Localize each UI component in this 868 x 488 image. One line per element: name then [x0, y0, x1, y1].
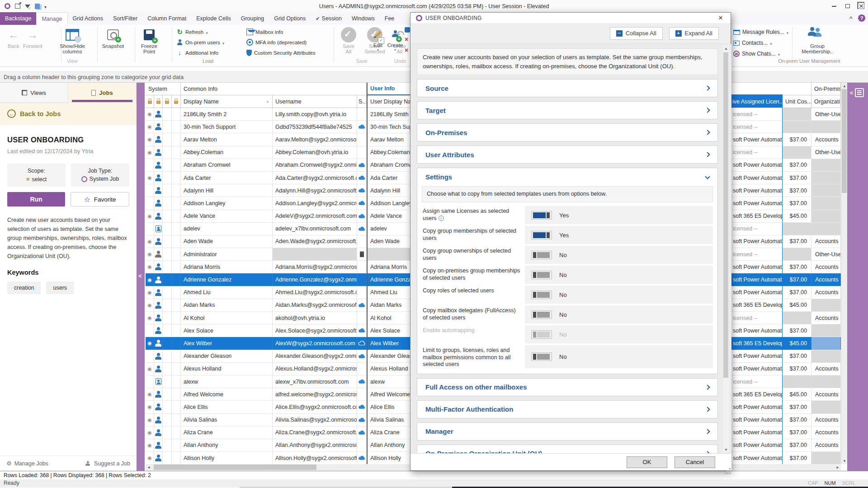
ribbon-tab[interactable]: Fee: [380, 12, 400, 25]
frozen-pane-divider[interactable]: [367, 83, 368, 464]
username-cell[interactable]: alexw_x7lbv.onmicrosoft.com: [273, 375, 357, 388]
back-to-jobs-button[interactable]: Back to Jobs: [0, 103, 137, 125]
group-header-common-info[interactable]: Common Info: [181, 83, 367, 95]
unit-cost-cell[interactable]: [783, 121, 811, 133]
forward-button[interactable]: Forward: [20, 26, 45, 49]
dialog-section[interactable]: Multi-Factor Authentication: [417, 400, 718, 418]
info-icon[interactable]: [439, 216, 444, 221]
ribbon-load-button[interactable]: Mailbox info: [246, 27, 341, 37]
keyword-tag[interactable]: users: [46, 282, 74, 294]
username-cell[interactable]: alfred.welcome@sygx2.onmicrosoft.com: [273, 388, 357, 400]
ribbon-tab[interactable]: Session: [311, 12, 347, 25]
assigned-license-cell[interactable]: soft Power Automat: [731, 324, 783, 337]
expand-all-button[interactable]: Expand All: [669, 27, 719, 40]
cancel-button[interactable]: Cancel: [675, 456, 715, 468]
unit-cost-cell[interactable]: $37.00: [783, 414, 811, 426]
favorite-button[interactable]: Favorite: [71, 192, 129, 206]
assigned-license-cell[interactable]: soft Power Automat: [731, 286, 783, 299]
username-cell[interactable]: Aliza.Crane@sygx2.onmicrosoft.com: [273, 427, 357, 439]
ribbon-tab[interactable]: Explode Cells: [191, 12, 236, 25]
right-panel-collapsed[interactable]: [847, 83, 868, 471]
assigned-license-cell[interactable]: soft Power Automat: [731, 172, 783, 184]
unit-cost-cell[interactable]: [783, 223, 811, 235]
show-hide-columns-button[interactable]: Show/Hide columns: [56, 26, 89, 54]
dialog-section[interactable]: On-Premises Organization Unit (OU): [417, 445, 718, 454]
display-name-cell[interactable]: Al Kohol: [181, 312, 273, 324]
scroll-right-icon[interactable]: [835, 464, 841, 470]
assigned-license-cell[interactable]: soft Power Automat: [731, 159, 783, 171]
run-button[interactable]: Run: [7, 192, 65, 206]
organization-cell[interactable]: Accounts: [811, 312, 841, 324]
organization-cell[interactable]: Accounts: [811, 133, 841, 145]
expand-right-panel-button[interactable]: [850, 88, 864, 97]
ribbon-tab[interactable]: Grouping: [236, 12, 269, 25]
organization-cell[interactable]: Accounts: [811, 439, 841, 451]
assigned-license-cell[interactable]: icensed --: [731, 248, 783, 260]
display-name-cell[interactable]: Aden Wade: [181, 235, 273, 248]
group-header-system[interactable]: System: [146, 83, 181, 95]
username-cell[interactable]: AdeleV@sygx2.onmicrosoft.com: [273, 210, 357, 222]
dialog-section[interactable]: Manager: [417, 422, 718, 441]
display-name-cell[interactable]: alexw: [181, 375, 273, 388]
assigned-license-cell[interactable]: icensed --: [731, 121, 783, 133]
assigned-license-cell[interactable]: soft Power Automat: [731, 133, 783, 145]
unit-cost-cell[interactable]: $37.00: [783, 235, 811, 248]
organization-cell[interactable]: Other-Use: [811, 248, 841, 260]
assigned-license-cell[interactable]: icensed --: [731, 223, 783, 235]
organization-cell[interactable]: [811, 337, 841, 349]
assigned-license-cell[interactable]: icensed --: [731, 146, 783, 159]
horizontal-scrollbar-right[interactable]: [731, 464, 841, 471]
unit-cost-cell[interactable]: $37.00: [783, 439, 811, 451]
toggle-switch[interactable]: [531, 251, 552, 259]
organization-cell[interactable]: [811, 121, 841, 133]
lock-column-header[interactable]: [163, 95, 172, 108]
display-name-cell[interactable]: Adriana Morris: [181, 261, 273, 273]
assigned-license-cell[interactable]: soft Power Automat: [731, 401, 783, 413]
organization-cell[interactable]: Accounts: [811, 286, 841, 299]
username-cell[interactable]: Allison.Holly@sygx2.onmicrosoft.com: [273, 452, 357, 464]
unit-cost-cell[interactable]: $45.00: [783, 210, 811, 222]
display-name-cell[interactable]: Allison Holly: [181, 452, 273, 464]
display-name-cell[interactable]: Aidan Marks: [181, 299, 273, 311]
organization-cell[interactable]: [811, 172, 841, 184]
username-cell[interactable]: Gdbd753239df544f8a8e74525: [273, 121, 357, 133]
horizontal-scrollbar-left[interactable]: [146, 464, 410, 471]
display-name-cell[interactable]: Ada Carter: [181, 172, 273, 184]
display-name-cell[interactable]: Ahmed Liu: [181, 286, 273, 299]
unit-cost-cell[interactable]: $45.00: [783, 388, 811, 400]
assigned-license-cell[interactable]: soft Power Automat: [731, 273, 783, 286]
resize-grip[interactable]: [729, 468, 731, 469]
display-name-cell[interactable]: Alivia Salinas: [181, 414, 273, 426]
assigned-license-cell[interactable]: soft 365 E5 Develop: [731, 388, 783, 400]
ribbon-tab[interactable]: Grid Actions: [68, 12, 108, 25]
username-cell[interactable]: Lilly.smith.copy@ovh.ytria.io: [273, 108, 357, 120]
username-cell[interactable]: Alivia.Salinas@sygx2.onmicrosoft.com: [273, 414, 357, 426]
display-name-cell[interactable]: Allan Anthony: [181, 439, 273, 451]
display-name-cell[interactable]: Aliza Crane: [181, 427, 273, 439]
organization-cell[interactable]: [811, 401, 841, 413]
unit-cost-cell[interactable]: $37.00: [783, 197, 811, 209]
freeze-point-button[interactable]: Freeze Point: [132, 26, 166, 54]
display-name-cell[interactable]: Alice Ellis: [181, 401, 273, 413]
column-header-username[interactable]: Username: [273, 95, 357, 108]
column-header-assigned-license[interactable]: ive Assigned Licen...: [731, 95, 783, 108]
clear-grouping-icon[interactable]: [857, 2, 864, 9]
username-cell[interactable]: Adriana.Morris@sygx2.onmicrosoft.com: [273, 261, 357, 273]
username-cell[interactable]: Ahmed.Liu@sygx2.onmicrosoft.com: [273, 286, 357, 299]
organization-cell[interactable]: [811, 159, 841, 171]
display-name-cell[interactable]: Adalynn Hill: [181, 184, 273, 197]
ribbon-tab[interactable]: Grid Options: [269, 12, 311, 25]
unit-cost-cell[interactable]: $37.00: [783, 286, 811, 299]
username-cell[interactable]: AlexW@sygx2.onmicrosoft.com: [273, 337, 357, 349]
ribbon-tab[interactable]: Sort/Filter: [108, 12, 142, 25]
toggle-switch[interactable]: [531, 352, 552, 361]
organization-cell[interactable]: [811, 197, 841, 209]
display-name-cell[interactable]: Administrator: [181, 248, 273, 260]
unit-cost-cell[interactable]: $45.00: [783, 337, 811, 349]
unit-cost-cell[interactable]: $37.00: [783, 324, 811, 337]
display-name-cell[interactable]: Adele Vance: [181, 210, 273, 222]
ribbon-tab[interactable]: Windows: [347, 12, 380, 25]
assigned-license-cell[interactable]: soft Power Automat: [731, 184, 783, 197]
username-cell[interactable]: Alexus.Holland@sygx2.onmicrosoft.com: [273, 363, 357, 375]
username-cell[interactable]: Aden.Wade@sygx2.onmicrosoft.com: [273, 235, 357, 248]
